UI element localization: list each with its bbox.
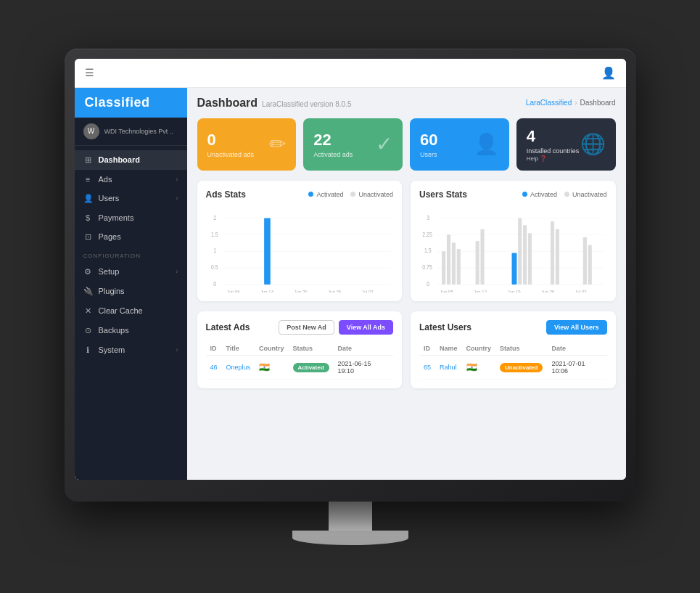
stat-info-users: 60 Users xyxy=(420,131,437,158)
nav-icon-clear-cache: ✕ xyxy=(83,306,93,316)
nav-label-clear-cache: Clear Cache xyxy=(99,306,178,315)
sidebar-item-backups[interactable]: ⊙ Backups xyxy=(75,321,187,340)
svg-rect-37 xyxy=(512,253,517,285)
stat-info-installed-countries: 4 Installed countries Help ❓ xyxy=(527,127,580,162)
monitor-bezel: ☰ 👤 Classified W WDI Technologies Pvt ..… xyxy=(65,49,636,502)
latest-users-card: Latest Users View All Users ID Name xyxy=(411,311,616,388)
stat-number-activated-ads: 22 xyxy=(313,131,353,150)
sidebar-item-payments[interactable]: $ Payments xyxy=(75,208,187,227)
latest-users-header: Latest Users View All Users xyxy=(419,320,607,335)
breadcrumb-parent[interactable]: LaraClassified xyxy=(526,99,572,107)
stat-label-unactivated-ads: Unactivated ads xyxy=(207,151,255,158)
svg-text:0: 0 xyxy=(213,280,216,287)
latest-ads-table: ID Title Country Status Date 46 Oneplus … xyxy=(206,342,394,380)
svg-rect-15 xyxy=(264,218,271,285)
post-new-ad-button[interactable]: Post New Ad xyxy=(279,320,334,335)
breadcrumb: LaraClassified › Dashboard xyxy=(526,99,616,107)
stat-icon-users: 👤 xyxy=(474,132,499,156)
svg-rect-42 xyxy=(556,229,559,284)
sidebar-item-pages[interactable]: ⊡ Pages xyxy=(75,227,187,247)
col-status: Status xyxy=(289,342,334,356)
svg-text:Jun 26: Jun 26 xyxy=(541,289,554,292)
view-all-ads-button[interactable]: View All Ads xyxy=(339,320,393,335)
sidebar-item-users[interactable]: 👤 Users › xyxy=(75,189,187,208)
col-id: ID xyxy=(206,342,222,356)
app-layout: Classified W WDI Technologies Pvt .. ⊞ D… xyxy=(75,88,626,480)
nav-label-ads: Ads xyxy=(99,175,176,184)
nav-arrow-system: › xyxy=(176,346,178,353)
ads-stats-chart: 0 0.5 1 1.5 2 xyxy=(206,205,394,293)
svg-text:Jul 02: Jul 02 xyxy=(575,289,587,292)
page-title: Dashboard xyxy=(197,97,258,110)
stat-icon-activated-ads: ✓ xyxy=(376,132,392,156)
svg-text:Jun 26: Jun 26 xyxy=(328,289,341,292)
latest-users-actions: View All Users xyxy=(546,320,607,335)
sidebar-item-ads[interactable]: ≡ Ads › xyxy=(75,170,187,189)
nav-arrow-ads: › xyxy=(176,176,178,183)
stat-card-unactivated-ads: 0 Unactivated ads ✏ xyxy=(197,118,297,171)
nav-label-backups: Backups xyxy=(99,326,178,335)
svg-text:0: 0 xyxy=(427,280,429,287)
stat-label-activated-ads: Activated ads xyxy=(313,151,353,158)
legend-dot-activated xyxy=(308,192,313,197)
svg-rect-32 xyxy=(447,234,450,285)
nav-label-plugins: Plugins xyxy=(99,287,178,295)
stat-number-users: 60 xyxy=(420,131,437,150)
ad-status: Activated xyxy=(289,355,334,379)
legend-unactivated: Unactivated xyxy=(350,191,393,198)
svg-rect-43 xyxy=(583,237,587,284)
sidebar-logo: Classified xyxy=(75,88,187,118)
svg-text:2.25: 2.25 xyxy=(422,230,432,237)
sidebar-item-setup[interactable]: ⚙ Setup › xyxy=(75,262,187,282)
svg-text:Jun 20: Jun 20 xyxy=(294,289,307,292)
monitor-wrapper: ☰ 👤 Classified W WDI Technologies Pvt ..… xyxy=(65,49,636,545)
stat-label-users: Users xyxy=(420,151,437,158)
sidebar-item-system[interactable]: ℹ System › xyxy=(75,340,187,360)
svg-rect-44 xyxy=(588,245,592,285)
user-id-link[interactable]: 65 xyxy=(424,364,431,371)
stat-card-users: 60 Users 👤 xyxy=(410,118,509,171)
ads-stats-card: Ads Stats Activated Unactivated xyxy=(197,181,403,301)
sidebar-nav: ⊞ Dashboard ≡ Ads › 👤 Users › $ Payments… xyxy=(75,146,187,480)
ucol-country: Country xyxy=(462,342,496,356)
svg-text:Jun 14: Jun 14 xyxy=(260,289,273,292)
stat-card-installed-countries: 4 Installed countries Help ❓ 🌐 xyxy=(516,118,616,171)
ad-id-link[interactable]: 46 xyxy=(210,364,218,371)
latest-users-table: ID Name Country Status Date 65 Rahul 🇮🇳 … xyxy=(419,342,607,380)
ads-stats-title: Ads Stats xyxy=(206,189,246,200)
stat-card-activated-ads: 22 Activated ads ✓ xyxy=(303,118,403,171)
sidebar-item-plugins[interactable]: 🔌 Plugins xyxy=(75,282,187,301)
ad-title-link[interactable]: Oneplus xyxy=(226,364,251,371)
user-date: 2021-07-01 10:06 xyxy=(547,355,606,379)
svg-text:2: 2 xyxy=(213,213,216,221)
svg-rect-33 xyxy=(452,242,456,285)
latest-ads-title: Latest Ads xyxy=(206,322,250,332)
ucol-date: Date xyxy=(547,342,606,356)
users-stats-chart: 0 0.75 1.5 2.25 3 xyxy=(419,205,607,293)
users-stats-header: Users Stats Activated Unactivated xyxy=(419,189,607,200)
user-avatar-icon[interactable]: 👤 xyxy=(601,66,616,80)
nav-label-pages: Pages xyxy=(99,232,178,241)
nav-icon-plugins: 🔌 xyxy=(83,287,93,296)
ad-title: Oneplus xyxy=(222,355,255,379)
avatar: W xyxy=(83,123,99,139)
svg-text:1.5: 1.5 xyxy=(424,247,432,254)
page-subtitle: LaraClassified version 8.0.5 xyxy=(262,100,351,108)
nav-icon-pages: ⊡ xyxy=(83,232,93,242)
tables-row: Latest Ads Post New Ad View All Ads ID xyxy=(197,311,616,388)
nav-icon-system: ℹ xyxy=(83,345,93,355)
table-row: 46 Oneplus 🇮🇳 Activated 2021-06-15 19:10 xyxy=(206,355,394,379)
breadcrumb-current: Dashboard xyxy=(580,99,616,107)
view-all-users-button[interactable]: View All Users xyxy=(546,320,607,335)
user-name-link[interactable]: Rahul xyxy=(440,364,457,371)
legend-dot-unactivated xyxy=(350,192,355,197)
hamburger-icon[interactable]: ☰ xyxy=(85,67,94,78)
ucol-name: Name xyxy=(435,342,462,356)
sidebar-item-clear-cache[interactable]: ✕ Clear Cache xyxy=(75,301,187,321)
sidebar-item-dashboard[interactable]: ⊞ Dashboard xyxy=(75,150,187,170)
stat-info-activated-ads: 22 Activated ads xyxy=(313,131,353,158)
sidebar-user-name: WDI Technologies Pvt .. xyxy=(104,128,173,135)
users-legend-dot-unactivated xyxy=(564,192,569,197)
users-legend-unactivated: Unactivated xyxy=(564,191,607,198)
nav-icon-backups: ⊙ xyxy=(83,326,93,335)
